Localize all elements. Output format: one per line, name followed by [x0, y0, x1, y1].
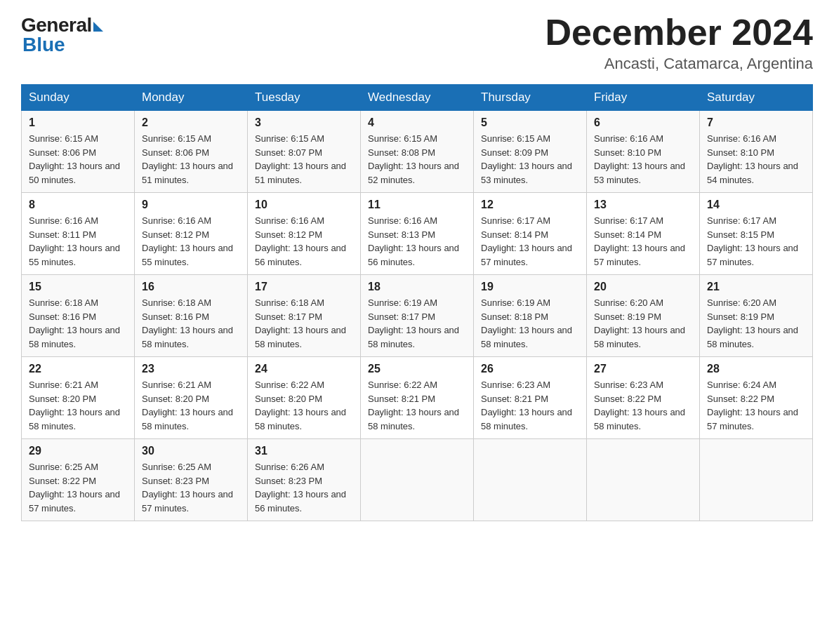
calendar-week-row: 22 Sunrise: 6:21 AM Sunset: 8:20 PM Dayl… — [22, 357, 813, 439]
page-header: General Blue December 2024 Ancasti, Cata… — [21, 14, 813, 73]
day-number: 4 — [368, 116, 466, 129]
day-number: 3 — [255, 116, 353, 129]
col-sunday: Sunday — [22, 85, 135, 111]
day-number: 12 — [481, 199, 579, 211]
day-number: 22 — [29, 363, 127, 375]
table-row: 8 Sunrise: 6:16 AM Sunset: 8:11 PM Dayli… — [22, 193, 135, 275]
day-info: Sunrise: 6:17 AM Sunset: 8:14 PM Dayligh… — [594, 214, 692, 269]
table-row: 5 Sunrise: 6:15 AM Sunset: 8:09 PM Dayli… — [474, 111, 587, 193]
day-number: 28 — [707, 363, 805, 375]
table-row: 17 Sunrise: 6:18 AM Sunset: 8:17 PM Dayl… — [248, 275, 361, 357]
day-info: Sunrise: 6:19 AM Sunset: 8:18 PM Dayligh… — [481, 296, 579, 351]
table-row: 27 Sunrise: 6:23 AM Sunset: 8:22 PM Dayl… — [587, 357, 700, 439]
title-section: December 2024 Ancasti, Catamarca, Argent… — [545, 14, 813, 73]
logo-triangle-icon — [93, 22, 103, 32]
day-number: 19 — [481, 281, 579, 293]
col-thursday: Thursday — [474, 85, 587, 111]
day-info: Sunrise: 6:16 AM Sunset: 8:12 PM Dayligh… — [142, 214, 240, 269]
table-row: 21 Sunrise: 6:20 AM Sunset: 8:19 PM Dayl… — [700, 275, 813, 357]
day-info: Sunrise: 6:21 AM Sunset: 8:20 PM Dayligh… — [29, 378, 127, 433]
day-info: Sunrise: 6:26 AM Sunset: 8:23 PM Dayligh… — [255, 460, 353, 515]
table-row: 11 Sunrise: 6:16 AM Sunset: 8:13 PM Dayl… — [361, 193, 474, 275]
calendar-week-row: 15 Sunrise: 6:18 AM Sunset: 8:16 PM Dayl… — [22, 275, 813, 357]
day-number: 17 — [255, 281, 353, 293]
day-number: 27 — [594, 363, 692, 375]
table-row: 29 Sunrise: 6:25 AM Sunset: 8:22 PM Dayl… — [22, 439, 135, 521]
table-row: 10 Sunrise: 6:16 AM Sunset: 8:12 PM Dayl… — [248, 193, 361, 275]
day-info: Sunrise: 6:17 AM Sunset: 8:14 PM Dayligh… — [481, 214, 579, 269]
day-number: 18 — [368, 281, 466, 293]
day-info: Sunrise: 6:22 AM Sunset: 8:20 PM Dayligh… — [255, 378, 353, 433]
table-row: 18 Sunrise: 6:19 AM Sunset: 8:17 PM Dayl… — [361, 275, 474, 357]
table-row: 14 Sunrise: 6:17 AM Sunset: 8:15 PM Dayl… — [700, 193, 813, 275]
day-info: Sunrise: 6:24 AM Sunset: 8:22 PM Dayligh… — [707, 378, 805, 433]
day-info: Sunrise: 6:18 AM Sunset: 8:16 PM Dayligh… — [29, 296, 127, 351]
day-info: Sunrise: 6:17 AM Sunset: 8:15 PM Dayligh… — [707, 214, 805, 269]
col-tuesday: Tuesday — [248, 85, 361, 111]
day-number: 20 — [594, 281, 692, 293]
day-info: Sunrise: 6:20 AM Sunset: 8:19 PM Dayligh… — [707, 296, 805, 351]
day-number: 7 — [707, 116, 805, 129]
table-row: 15 Sunrise: 6:18 AM Sunset: 8:16 PM Dayl… — [22, 275, 135, 357]
day-info: Sunrise: 6:16 AM Sunset: 8:12 PM Dayligh… — [255, 214, 353, 269]
day-info: Sunrise: 6:20 AM Sunset: 8:19 PM Dayligh… — [594, 296, 692, 351]
day-info: Sunrise: 6:22 AM Sunset: 8:21 PM Dayligh… — [368, 378, 466, 433]
day-info: Sunrise: 6:15 AM Sunset: 8:06 PM Dayligh… — [29, 132, 127, 187]
day-number: 24 — [255, 363, 353, 375]
table-row: 4 Sunrise: 6:15 AM Sunset: 8:08 PM Dayli… — [361, 111, 474, 193]
table-row: 23 Sunrise: 6:21 AM Sunset: 8:20 PM Dayl… — [135, 357, 248, 439]
day-number: 8 — [29, 199, 127, 211]
day-number: 23 — [142, 363, 240, 375]
table-row: 13 Sunrise: 6:17 AM Sunset: 8:14 PM Dayl… — [587, 193, 700, 275]
day-info: Sunrise: 6:18 AM Sunset: 8:17 PM Dayligh… — [255, 296, 353, 351]
day-info: Sunrise: 6:16 AM Sunset: 8:13 PM Dayligh… — [368, 214, 466, 269]
calendar-header-row: Sunday Monday Tuesday Wednesday Thursday… — [22, 85, 813, 111]
table-row — [361, 439, 474, 521]
calendar-week-row: 1 Sunrise: 6:15 AM Sunset: 8:06 PM Dayli… — [22, 111, 813, 193]
day-number: 16 — [142, 281, 240, 293]
day-number: 15 — [29, 281, 127, 293]
table-row — [587, 439, 700, 521]
col-wednesday: Wednesday — [361, 85, 474, 111]
table-row: 16 Sunrise: 6:18 AM Sunset: 8:16 PM Dayl… — [135, 275, 248, 357]
day-number: 30 — [142, 445, 240, 457]
table-row: 24 Sunrise: 6:22 AM Sunset: 8:20 PM Dayl… — [248, 357, 361, 439]
day-info: Sunrise: 6:16 AM Sunset: 8:10 PM Dayligh… — [707, 132, 805, 187]
day-number: 29 — [29, 445, 127, 457]
table-row: 6 Sunrise: 6:16 AM Sunset: 8:10 PM Dayli… — [587, 111, 700, 193]
table-row — [474, 439, 587, 521]
table-row: 31 Sunrise: 6:26 AM Sunset: 8:23 PM Dayl… — [248, 439, 361, 521]
table-row: 22 Sunrise: 6:21 AM Sunset: 8:20 PM Dayl… — [22, 357, 135, 439]
day-number: 9 — [142, 199, 240, 211]
calendar-week-row: 8 Sunrise: 6:16 AM Sunset: 8:11 PM Dayli… — [22, 193, 813, 275]
day-info: Sunrise: 6:21 AM Sunset: 8:20 PM Dayligh… — [142, 378, 240, 433]
day-number: 6 — [594, 116, 692, 129]
table-row: 26 Sunrise: 6:23 AM Sunset: 8:21 PM Dayl… — [474, 357, 587, 439]
day-info: Sunrise: 6:18 AM Sunset: 8:16 PM Dayligh… — [142, 296, 240, 351]
table-row: 1 Sunrise: 6:15 AM Sunset: 8:06 PM Dayli… — [22, 111, 135, 193]
day-info: Sunrise: 6:19 AM Sunset: 8:17 PM Dayligh… — [368, 296, 466, 351]
col-monday: Monday — [135, 85, 248, 111]
day-number: 26 — [481, 363, 579, 375]
logo: General Blue — [21, 14, 103, 56]
table-row — [700, 439, 813, 521]
day-info: Sunrise: 6:25 AM Sunset: 8:22 PM Dayligh… — [29, 460, 127, 515]
day-info: Sunrise: 6:23 AM Sunset: 8:21 PM Dayligh… — [481, 378, 579, 433]
day-info: Sunrise: 6:15 AM Sunset: 8:07 PM Dayligh… — [255, 132, 353, 187]
day-number: 31 — [255, 445, 353, 457]
day-number: 2 — [142, 116, 240, 129]
day-number: 25 — [368, 363, 466, 375]
table-row: 19 Sunrise: 6:19 AM Sunset: 8:18 PM Dayl… — [474, 275, 587, 357]
day-info: Sunrise: 6:16 AM Sunset: 8:11 PM Dayligh… — [29, 214, 127, 269]
table-row: 2 Sunrise: 6:15 AM Sunset: 8:06 PM Dayli… — [135, 111, 248, 193]
table-row: 9 Sunrise: 6:16 AM Sunset: 8:12 PM Dayli… — [135, 193, 248, 275]
day-info: Sunrise: 6:25 AM Sunset: 8:23 PM Dayligh… — [142, 460, 240, 515]
day-info: Sunrise: 6:23 AM Sunset: 8:22 PM Dayligh… — [594, 378, 692, 433]
location-subtitle: Ancasti, Catamarca, Argentina — [545, 55, 813, 73]
day-number: 21 — [707, 281, 805, 293]
day-info: Sunrise: 6:15 AM Sunset: 8:09 PM Dayligh… — [481, 132, 579, 187]
day-number: 10 — [255, 199, 353, 211]
calendar-table: Sunday Monday Tuesday Wednesday Thursday… — [21, 84, 813, 521]
month-year-title: December 2024 — [545, 14, 813, 51]
calendar-week-row: 29 Sunrise: 6:25 AM Sunset: 8:22 PM Dayl… — [22, 439, 813, 521]
